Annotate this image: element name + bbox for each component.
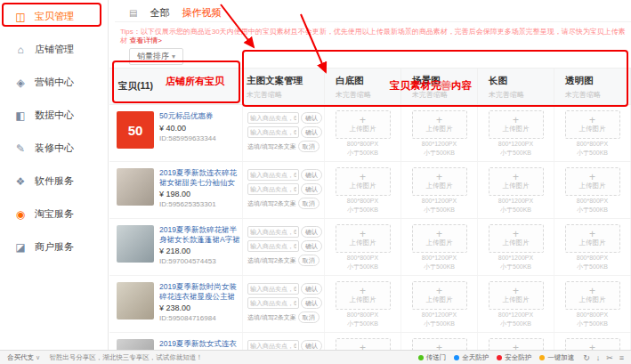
optional-note: 选填/填写2条文案 <box>247 313 296 322</box>
sidebar-item-icon: ◪ <box>14 241 27 254</box>
upload-image-button[interactable]: + 上传图片 <box>412 224 467 253</box>
plus-icon: + <box>436 117 442 125</box>
upload-label: 上传图片 <box>579 125 606 133</box>
upload-image-button[interactable]: + 上传图片 <box>412 167 467 196</box>
sidebar-item-label: 宝贝管理 <box>35 10 74 23</box>
confirm-button[interactable]: 确认 <box>301 112 322 124</box>
confirm-button[interactable]: 确认 <box>301 240 322 252</box>
upload-image-button[interactable]: + 上传图片 <box>565 167 620 196</box>
selling-point-input-1[interactable] <box>247 112 299 124</box>
upload-image-button[interactable]: + 上传图片 <box>336 167 391 196</box>
column-header-scene: 场景图 未完善缩略 <box>401 69 478 104</box>
sidebar-item[interactable]: ◈ 营销中心 <box>0 66 108 99</box>
upload-image-button[interactable]: + 上传图片 <box>489 281 544 310</box>
refresh-icon[interactable]: ↻ <box>583 353 590 362</box>
upload-label: 上传图片 <box>350 125 376 133</box>
confirm-button[interactable]: 确认 <box>301 183 322 195</box>
selling-point-input-2[interactable] <box>247 240 299 252</box>
upload-image-button[interactable]: + 上传图片 <box>489 167 544 196</box>
upload-limit-hint: 小于500KB <box>325 149 400 157</box>
selling-point-input-1[interactable] <box>247 283 299 295</box>
sidebar-item[interactable]: ◧ 数据中心 <box>0 99 108 132</box>
bottom-bar-status-item[interactable]: 全天防护 <box>454 353 489 362</box>
tips-detail-link[interactable]: 查看详情> <box>129 36 162 44</box>
bottom-bar-status-items: 传送门 全天防护 安全防护 一键加速 <box>418 353 575 362</box>
sidebar-item[interactable]: ✎ 装修中心 <box>0 132 108 165</box>
product-title-link[interactable]: 50元标品优惠券 <box>159 111 240 121</box>
copywriting-label: 主图文案管理 <box>247 75 324 87</box>
upload-image-button[interactable]: + 上传图片 <box>412 281 467 310</box>
product-title-link[interactable]: 2019夏季新款时尚女装碎花连衣裙显瘦公主裙 <box>159 282 240 301</box>
upload-image-button[interactable]: + 上传图片 <box>336 110 391 139</box>
copywriting-cell: 确认 确认 选填/填写2条文案 取消 <box>243 276 325 332</box>
product-title-link[interactable]: 2019夏季新款连衣碎花裙女裙甜美七分袖仙女裙 <box>159 168 240 187</box>
cancel-button[interactable]: 取消 <box>298 198 320 209</box>
bottom-bar-status-item[interactable]: 一键加速 <box>539 353 574 362</box>
confirm-button[interactable]: 确认 <box>301 226 322 238</box>
product-thumbnail[interactable]: 50 <box>117 111 154 149</box>
sidebar-item[interactable]: ⌂ 店铺管理 <box>0 33 108 66</box>
upload-label: 上传图片 <box>579 239 606 247</box>
product-thumbnail[interactable] <box>117 282 154 320</box>
menu-icon[interactable]: ≡ <box>619 353 624 362</box>
plus-icon: + <box>513 231 519 239</box>
upload-image-button[interactable]: + 上传图片 <box>565 281 620 310</box>
upload-limit-hint: 小于500KB <box>478 320 554 328</box>
confirm-button[interactable]: 确认 <box>301 169 322 181</box>
screenshot-icon[interactable]: ✂ <box>606 353 613 362</box>
upload-image-button[interactable]: + 上传图片 <box>489 224 544 253</box>
upload-size-hint: 800*800PX <box>554 197 630 205</box>
bottom-bar-icons: ↻ ↓ ✂ ≡ <box>583 353 624 362</box>
sidebar-item[interactable]: ❖ 软件服务 <box>0 165 108 198</box>
confirm-button[interactable]: 确认 <box>301 126 322 138</box>
upload-size-hint: 800*800PX <box>325 197 400 205</box>
selling-point-input-1[interactable] <box>247 169 299 181</box>
table-body: 50 50元标品优惠券 ¥ 40.00 ID:585959633344 确认 <box>109 105 631 364</box>
product-price: ¥ 218.00 <box>159 247 240 255</box>
scene-upload-cell: + 上传图片 800*1200PX 小于500KB <box>401 162 478 218</box>
plus-icon: + <box>589 174 595 182</box>
product-thumbnail[interactable] <box>117 225 154 263</box>
confirm-button[interactable]: 确认 <box>301 283 322 295</box>
bottom-bar-status-item[interactable]: 安全防护 <box>497 353 531 362</box>
app-window: ◫ 宝贝管理 ⌂ 店铺管理 ◈ 营销中心 ◧ 数据中心 <box>0 0 631 364</box>
selling-point-input-1[interactable] <box>247 226 299 238</box>
upload-limit-hint: 小于500KB <box>401 206 477 214</box>
upload-size-hint: 800*1200PX <box>401 140 477 148</box>
bottom-bar-status-item[interactable]: 传送门 <box>418 353 447 362</box>
optional-note: 选填/填写2条文案 <box>247 142 296 151</box>
bottom-bar-menu[interactable]: 合买代支 ∨ <box>7 353 40 362</box>
confirm-button[interactable]: 确认 <box>301 297 322 309</box>
selling-point-input-2[interactable] <box>247 126 299 138</box>
plus-icon: + <box>436 287 442 295</box>
selling-point-input-2[interactable] <box>247 297 299 309</box>
tutorial-video-link[interactable]: 操作视频 <box>182 6 221 20</box>
upload-image-button[interactable]: + 上传图片 <box>565 110 620 139</box>
tab-all[interactable]: 全部 <box>150 6 169 20</box>
download-icon[interactable]: ↓ <box>596 353 601 362</box>
status-item-label: 全天防护 <box>462 353 489 362</box>
upload-image-button[interactable]: + 上传图片 <box>489 110 544 139</box>
selling-point-input-2[interactable] <box>247 183 299 195</box>
sort-dropdown[interactable]: 销量排序▾ <box>129 48 183 65</box>
plus-icon: + <box>436 231 442 239</box>
cancel-button[interactable]: 取消 <box>298 141 320 152</box>
upload-image-button[interactable]: + 上传图片 <box>336 224 391 253</box>
sidebar-item[interactable]: ◉ 淘宝服务 <box>0 198 108 231</box>
cancel-button[interactable]: 取消 <box>298 311 320 323</box>
upload-size-hint: 800*800PX <box>325 140 400 148</box>
upload-image-button[interactable]: + 上传图片 <box>565 224 620 253</box>
sidebar-item[interactable]: ◪ 商户服务 <box>0 231 108 263</box>
copywriting-cell: 确认 确认 选填/填写2条文案 取消 <box>243 219 325 275</box>
upload-label: 上传图片 <box>426 125 453 133</box>
upload-size-hint: 800*800PX <box>325 254 400 262</box>
upload-size-hint: 800*1200PX <box>478 254 554 262</box>
scene-upload-cell: + 上传图片 800*1200PX 小于500KB <box>401 219 478 275</box>
sidebar-item-icon: ❖ <box>14 175 27 188</box>
upload-image-button[interactable]: + 上传图片 <box>412 110 467 139</box>
product-title-link[interactable]: 2019夏季新款碎花裙半身裙女长款蓬蓬裙A字裙 <box>159 225 240 244</box>
upload-image-button[interactable]: + 上传图片 <box>336 281 391 310</box>
product-thumbnail[interactable] <box>117 168 154 206</box>
cancel-button[interactable]: 取消 <box>298 255 320 266</box>
sidebar-item[interactable]: ◫ 宝贝管理 <box>0 0 108 33</box>
